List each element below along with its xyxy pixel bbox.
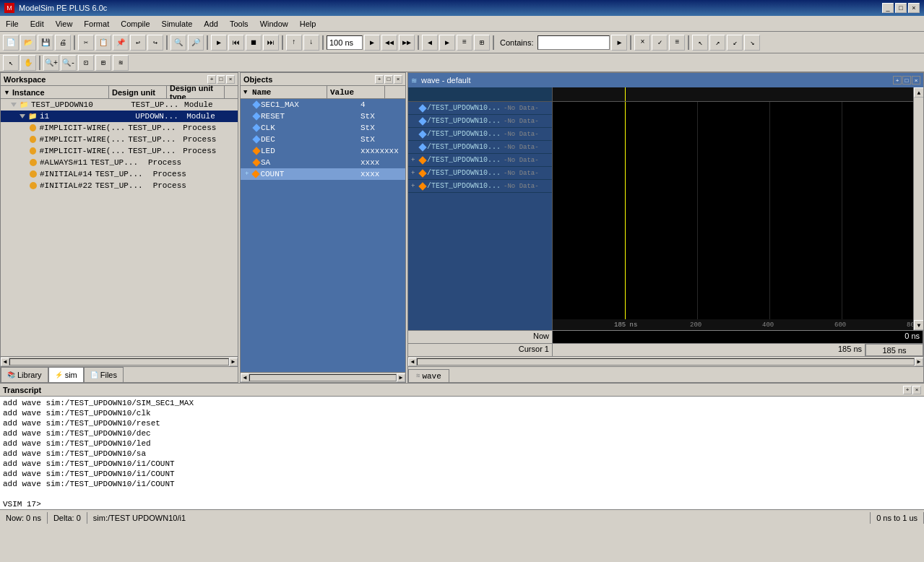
time-go-button[interactable]: ▶	[364, 35, 380, 51]
signal-row[interactable]: /TEST_UPDOWN10... -No Data-	[408, 115, 552, 128]
scroll-thumb[interactable]	[914, 98, 923, 320]
transcript-close-btn[interactable]: ×	[912, 386, 921, 394]
more1-button[interactable]: ◀	[422, 35, 438, 51]
obj-row[interactable]: LED xxxxxxxx	[241, 145, 405, 157]
menu-simulate[interactable]: Simulate	[156, 18, 199, 30]
signal-expand-icon[interactable]: +	[411, 157, 418, 164]
transcript-body[interactable]: add wave sim:/TEST_UPDOWN10/SIM_SEC1_MAX…	[0, 397, 924, 509]
select-button[interactable]: ↖	[3, 55, 19, 71]
tree-row[interactable]: 📁 TEST_UPDOWN10 TEST_UP... Module	[1, 99, 238, 111]
transcript-prompt[interactable]: VSIM 17>	[3, 499, 921, 509]
tree-row[interactable]: #INITIAL#22 TEST_UP... Process	[1, 180, 238, 191]
tree-row[interactable]: #ALWAYS#11 TEST_UP... Process	[1, 157, 238, 168]
menu-help[interactable]: Help	[294, 18, 322, 30]
tab-library[interactable]: 📚 Library	[1, 367, 48, 382]
menu-format[interactable]: Format	[78, 18, 115, 30]
more3-button[interactable]: ≡	[457, 35, 472, 51]
zoom-fit-button[interactable]: ⊡	[78, 55, 94, 71]
signal-row[interactable]: + /TEST_UPDOWN10... -No Data-	[408, 167, 552, 180]
cursor1-button[interactable]: ↖	[692, 35, 708, 51]
transcript-expand-btn[interactable]: +	[903, 386, 912, 394]
more4-button[interactable]: ⊞	[474, 35, 490, 51]
menu-file[interactable]: File	[0, 18, 25, 30]
sim-run-button[interactable]: ▶	[211, 35, 227, 51]
workspace-hscroll[interactable]: ◀ ▶	[1, 356, 238, 366]
wave-vscrollbar[interactable]: ▲ ▼	[913, 87, 923, 330]
obj-row[interactable]: + COUNT xxxx	[241, 168, 405, 180]
wave-float-btn[interactable]: □	[902, 76, 911, 85]
scroll-left-btn[interactable]: ◀	[241, 373, 249, 382]
obj-row[interactable]: SA xxxx	[241, 157, 405, 168]
wave-expand-btn[interactable]: +	[893, 76, 902, 85]
scroll-right-wave-btn[interactable]: ▶	[915, 358, 923, 366]
workspace-float-btn[interactable]: □	[217, 75, 225, 84]
expand-icon[interactable]	[20, 114, 25, 118]
objects-expand-btn[interactable]: +	[375, 75, 384, 84]
expand-icon[interactable]: +	[245, 170, 249, 178]
scroll-right-btn[interactable]: ▶	[397, 373, 405, 382]
signal-row[interactable]: /TEST_UPDOWN10... -No Data-	[408, 102, 552, 115]
zoom-in-button[interactable]: 🔍+	[43, 55, 59, 71]
new-button[interactable]: 📄	[3, 35, 19, 51]
minimize-button[interactable]: _	[882, 3, 894, 13]
tree-row[interactable]: 📁 i1 UPDOWN... Module	[1, 111, 238, 122]
menu-window[interactable]: Window	[254, 18, 294, 30]
obj-row[interactable]: RESET StX	[241, 111, 405, 122]
sim-step-button[interactable]: ⏭	[263, 35, 279, 51]
objects-hscroll[interactable]: ◀ ▶	[241, 372, 405, 382]
obj-row[interactable]: DEC StX	[241, 134, 405, 145]
sim-restart-button[interactable]: ⏮	[228, 35, 244, 51]
workspace-expand-btn[interactable]: +	[207, 75, 216, 84]
wave-hscrollbar[interactable]: ◀ ▶	[408, 356, 923, 366]
cursor2-button[interactable]: ↗	[709, 35, 725, 51]
maximize-button[interactable]: □	[895, 3, 907, 13]
menu-add[interactable]: Add	[198, 18, 224, 30]
extra2-button[interactable]: ✓	[652, 35, 668, 51]
paste-button[interactable]: 📌	[113, 35, 129, 51]
undo-button[interactable]: ↩	[130, 35, 146, 51]
scroll-up-btn[interactable]: ▲	[914, 87, 923, 98]
cursor4-button[interactable]: ↘	[744, 35, 760, 51]
zoom-out-button[interactable]: 🔍-	[61, 55, 77, 71]
save-button[interactable]: 💾	[38, 35, 53, 51]
signal-expand-icon[interactable]: +	[411, 170, 418, 177]
zoom-wave-button[interactable]: ≋	[113, 55, 129, 71]
contains-input[interactable]	[537, 35, 610, 50]
wave-tab[interactable]: ≋ wave	[408, 369, 449, 382]
signal-row[interactable]: /TEST_UPDOWN10... -No Data-	[408, 141, 552, 154]
tab-sim[interactable]: ⚡ sim	[48, 367, 84, 382]
scroll-track[interactable]	[249, 374, 397, 381]
contains-go-button[interactable]: ▶	[611, 35, 627, 51]
scroll-left-btn[interactable]: ◀	[1, 358, 9, 366]
step-back-button[interactable]: ◀◀	[381, 35, 397, 51]
expand-icon[interactable]	[11, 103, 17, 107]
scroll-track-wave[interactable]	[417, 358, 915, 366]
objects-close-btn[interactable]: ×	[394, 75, 402, 84]
scroll-right-btn[interactable]: ▶	[229, 358, 238, 366]
tab-files[interactable]: 📄 Files	[84, 367, 124, 382]
redo-button[interactable]: ↪	[147, 35, 163, 51]
cut-button[interactable]: ✂	[78, 35, 94, 51]
menu-compile[interactable]: Compile	[115, 18, 155, 30]
scroll-left-wave-btn[interactable]: ◀	[408, 358, 417, 366]
signal-row[interactable]: /TEST_UPDOWN10... -No Data-	[408, 128, 552, 141]
tree-row[interactable]: #INITIAL#14 TEST_UP... Process	[1, 168, 238, 180]
obj-row[interactable]: CLK StX	[241, 122, 405, 134]
tree-row[interactable]: #IMPLICIT-WIRE(... TEST_UP... Process	[1, 122, 238, 134]
step-fwd-button[interactable]: ▶▶	[399, 35, 415, 51]
time-input[interactable]: 100 ns	[327, 35, 363, 50]
zoom-region-button[interactable]: ⊞	[95, 55, 111, 71]
more2-button[interactable]: ▶	[439, 35, 455, 51]
find2-button[interactable]: 🔎	[188, 35, 204, 51]
obj-row[interactable]: SEC1_MAX 4	[241, 99, 405, 111]
scroll-down-btn[interactable]: ▼	[914, 320, 923, 330]
extra1-button[interactable]: ×	[634, 35, 650, 51]
menu-edit[interactable]: Edit	[25, 18, 50, 30]
signal-row[interactable]: + /TEST_UPDOWN10... -No Data-	[408, 180, 552, 193]
sim-stop-button[interactable]: ⏹	[246, 35, 262, 51]
cursor3-button[interactable]: ↙	[727, 35, 743, 51]
down-button[interactable]: ↓	[303, 35, 319, 51]
extra3-button[interactable]: ≡	[669, 35, 685, 51]
close-button[interactable]: ×	[908, 3, 920, 13]
tree-row[interactable]: #IMPLICIT-WIRE(... TEST_UP... Process	[1, 134, 238, 145]
